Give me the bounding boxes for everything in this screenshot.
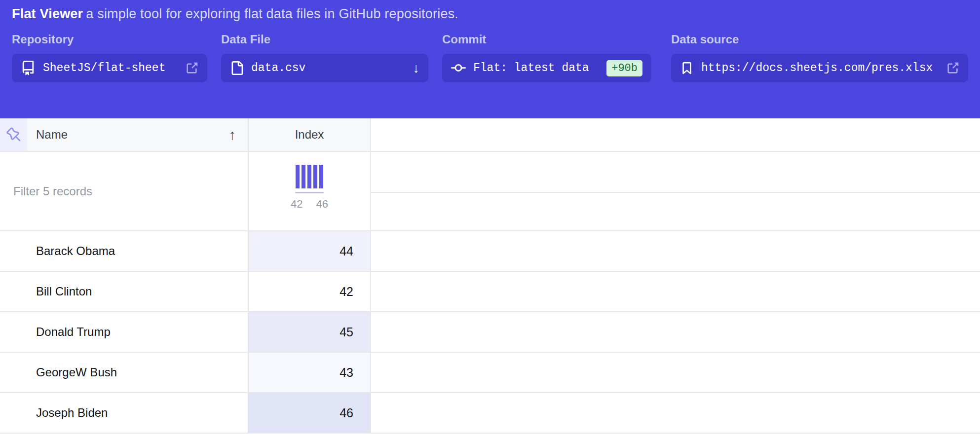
table-row: Joseph Biden 46 — [0, 393, 980, 434]
row-index: 43 — [339, 365, 353, 380]
index-cell: 43 — [248, 353, 371, 393]
row-index: 45 — [339, 325, 353, 339]
row-filler — [371, 312, 980, 353]
row-name: Barack Obama — [36, 244, 115, 258]
table-row: GeorgeW Bush 43 — [0, 353, 980, 393]
repository-button[interactable]: SheetJS/flat-sheet — [12, 54, 207, 82]
app-title: Flat Viewera simple tool for exploring f… — [12, 6, 458, 22]
table-row: Barack Obama 44 — [0, 231, 980, 272]
index-histogram[interactable]: 42 46 — [291, 165, 328, 211]
file-icon — [230, 61, 244, 75]
row-name: Donald Trump — [36, 325, 111, 339]
name-cell: Donald Trump — [0, 312, 248, 353]
name-filter-cell — [0, 152, 248, 231]
repo-icon — [21, 61, 36, 75]
table-row: Donald Trump 45 — [0, 312, 980, 353]
filter-filler — [371, 152, 980, 231]
column-header-index[interactable]: Index — [248, 118, 371, 152]
histogram-max-label: 46 — [316, 198, 328, 211]
filter-row: 42 46 — [0, 152, 980, 231]
data-file-value: data.csv — [251, 62, 305, 74]
column-header-name-label: Name — [36, 128, 68, 142]
row-name: Bill Clinton — [36, 285, 92, 298]
table-row: Bill Clinton 42 — [0, 272, 980, 312]
app-title-name: Flat Viewer — [12, 6, 83, 21]
column-header-index-label: Index — [295, 128, 324, 142]
repository-value: SheetJS/flat-sheet — [43, 62, 165, 74]
data-source-label: Data source — [671, 33, 968, 46]
header-filler — [371, 118, 980, 152]
data-file-control: Data File data.csv ↓ — [221, 33, 428, 82]
name-cell: Bill Clinton — [0, 272, 248, 312]
hero-header: Flat Viewera simple tool for exploring f… — [0, 0, 980, 118]
commit-message: Flat: latest data — [473, 62, 589, 74]
commit-label: Commit — [442, 33, 651, 46]
name-cell: Barack Obama — [0, 231, 248, 272]
histogram-bars — [296, 165, 323, 188]
data-grid: Name ↑ Index 42 46 Barack Obama 44 — [0, 118, 980, 434]
sort-ascending-icon: ↑ — [229, 127, 236, 143]
row-filler — [371, 231, 980, 272]
index-cell: 44 — [248, 231, 371, 272]
histogram-labels: 42 46 — [291, 198, 328, 211]
index-cell: 46 — [248, 393, 371, 434]
data-source-url: https://docs.sheetjs.com/pres.xlsx — [701, 62, 933, 74]
data-source-link[interactable]: https://docs.sheetjs.com/pres.xlsx — [671, 54, 968, 82]
row-filler — [371, 353, 980, 393]
index-cell: 45 — [248, 312, 371, 353]
row-filler — [371, 272, 980, 312]
name-cell: Joseph Biden — [0, 393, 248, 434]
pin-icon — [6, 127, 21, 142]
row-index: 44 — [339, 244, 353, 258]
app-title-tagline: a simple tool for exploring flat data fi… — [86, 6, 458, 21]
row-index: 46 — [339, 406, 353, 420]
row-index: 42 — [339, 285, 353, 299]
row-name: GeorgeW Bush — [36, 365, 117, 379]
column-header-name[interactable]: Name ↑ — [27, 118, 248, 152]
pin-column-header[interactable] — [0, 118, 27, 152]
commit-control: Commit Flat: latest data +90b — [442, 33, 651, 82]
repository-label: Repository — [12, 33, 207, 46]
row-name: Joseph Biden — [36, 406, 108, 420]
bookmark-icon — [680, 61, 694, 75]
index-filter-cell: 42 46 — [248, 152, 371, 231]
name-cell: GeorgeW Bush — [0, 353, 248, 393]
git-commit-icon — [451, 61, 466, 75]
row-filler — [371, 393, 980, 434]
data-file-select[interactable]: data.csv ↓ — [221, 54, 428, 82]
filter-input[interactable] — [0, 184, 248, 198]
down-arrow-icon: ↓ — [413, 61, 420, 76]
data-source-control: Data source https://docs.sheetjs.com/pre… — [671, 33, 968, 82]
index-cell: 42 — [248, 272, 371, 312]
diffstat-badge: +90b — [606, 60, 642, 76]
commit-select[interactable]: Flat: latest data +90b — [442, 54, 651, 82]
external-link-icon — [946, 62, 959, 75]
histogram-range-track — [295, 192, 324, 193]
grid-header-row: Name ↑ Index — [0, 118, 980, 152]
repository-control: Repository SheetJS/flat-sheet — [12, 33, 207, 82]
histogram-min-label: 42 — [291, 198, 302, 211]
data-file-label: Data File — [221, 33, 428, 46]
external-link-icon — [185, 62, 198, 75]
